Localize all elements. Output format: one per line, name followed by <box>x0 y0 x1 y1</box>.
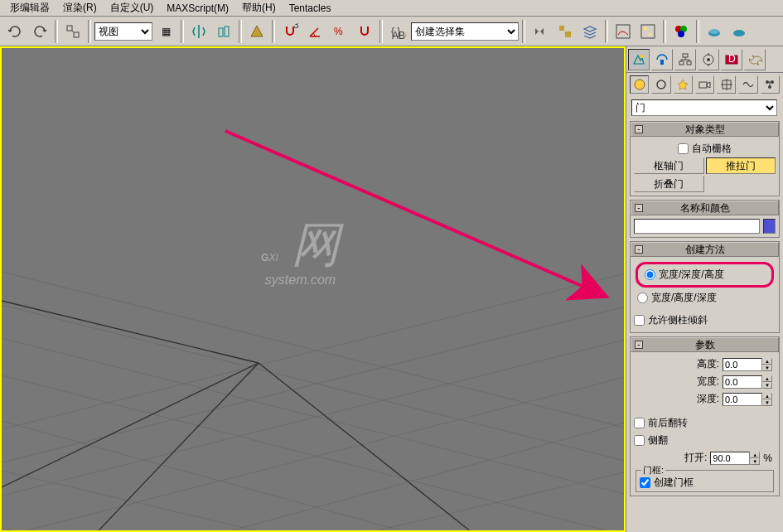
spinner-up-icon[interactable]: ▲ <box>762 393 772 399</box>
object-type-rollout: -对象类型 自动栅格 枢轴门 推拉门 折叠门 <box>630 121 780 196</box>
autogrid-checkbox[interactable] <box>678 143 689 154</box>
svg-rect-13 <box>644 27 647 30</box>
depth-label: 深度: <box>697 392 719 406</box>
shapes-cat-icon[interactable] <box>651 75 670 94</box>
spinner-down-icon[interactable]: ▼ <box>762 399 772 406</box>
lights-cat-icon[interactable] <box>674 75 693 94</box>
svg-rect-45 <box>687 61 691 65</box>
flip-fb-checkbox[interactable] <box>634 418 645 428</box>
shade-icon[interactable] <box>245 20 268 43</box>
spinner-down-icon[interactable]: ▼ <box>762 382 772 389</box>
width-input[interactable] <box>723 375 762 389</box>
spinner-snap-icon[interactable] <box>353 20 376 43</box>
category-dropdown[interactable]: 门 <box>631 99 777 116</box>
create-frame-label: 创建门框 <box>654 476 694 490</box>
object-name-input[interactable] <box>634 219 760 234</box>
highlighted-option: 宽度/深度/高度 <box>636 262 774 288</box>
menu-item[interactable]: 渲染(R) <box>56 0 104 17</box>
systems-cat-icon[interactable] <box>761 75 780 94</box>
align-tool-icon[interactable] <box>553 20 577 43</box>
mirror-tool-icon[interactable] <box>529 20 552 43</box>
align-icon[interactable] <box>212 20 235 43</box>
rollout-header[interactable]: -创建方法 <box>631 242 779 257</box>
svg-rect-44 <box>679 61 684 65</box>
helpers-cat-icon[interactable] <box>717 75 736 94</box>
svg-rect-9 <box>559 26 564 31</box>
schematic-icon[interactable] <box>636 20 660 43</box>
wdh-radio[interactable] <box>645 269 655 280</box>
spinner-down-icon[interactable]: ▼ <box>762 365 772 371</box>
display-tab-icon[interactable]: D <box>721 49 742 70</box>
object-color-swatch[interactable] <box>763 219 776 234</box>
spinner-up-icon[interactable]: ▲ <box>762 375 772 382</box>
create-frame-checkbox[interactable] <box>640 477 650 488</box>
spinner-up-icon[interactable]: ▲ <box>750 452 760 458</box>
layer-mgr-icon[interactable] <box>578 20 602 43</box>
menu-item[interactable]: Tentacles <box>283 1 338 16</box>
sliding-door-button[interactable]: 推拉门 <box>706 157 776 174</box>
bifold-door-button[interactable]: 折叠门 <box>634 176 704 192</box>
angle-snap-icon[interactable] <box>303 20 326 43</box>
selection-set-select[interactable]: 创建选择集 <box>411 22 519 41</box>
autogrid-label: 自动栅格 <box>692 142 732 156</box>
curve-editor-icon[interactable] <box>611 20 635 43</box>
redo-icon[interactable] <box>28 20 51 43</box>
snap-icon[interactable]: 3 <box>278 20 302 43</box>
viewport[interactable]: GXI 网 system.com <box>0 46 626 532</box>
create-tab-icon[interactable] <box>628 49 650 70</box>
svg-rect-14 <box>649 33 652 36</box>
pivot-door-button[interactable]: 枢轴门 <box>634 157 704 174</box>
spinner-up-icon[interactable]: ▲ <box>762 358 772 365</box>
modify-tab-icon[interactable] <box>651 49 673 70</box>
creation-method-rollout: -创建方法 宽度/深度/高度 宽度/高度/深度 允许侧柱倾斜 <box>630 241 780 333</box>
svg-rect-12 <box>641 25 655 38</box>
parameters-rollout: -参数 高度:▲▼ 宽度:▲▼ 深度:▲▼ 前后翻转 侧翻 打开:▲▼% 门框:… <box>630 336 780 496</box>
geometry-cat-icon[interactable] <box>630 75 649 94</box>
mirror-icon[interactable] <box>187 20 210 43</box>
percent-snap-icon[interactable]: % <box>328 20 351 43</box>
frame-group-label: 门框: <box>641 464 665 476</box>
rollout-header[interactable]: -名称和颜色 <box>631 201 779 215</box>
undo-icon[interactable] <box>3 20 27 43</box>
viewport-icon[interactable]: ▦ <box>154 20 177 43</box>
open-unit: % <box>763 452 772 464</box>
menu-item[interactable]: 帮助(H) <box>235 0 283 17</box>
cameras-cat-icon[interactable] <box>695 75 714 94</box>
rollout-header[interactable]: -对象类型 <box>631 122 779 137</box>
material-icon[interactable] <box>669 20 693 43</box>
rollout-header[interactable]: -参数 <box>631 337 779 352</box>
menu-bar: 形编辑器 渲染(R) 自定义(U) MAXScript(M) 帮助(H) Ten… <box>0 0 783 17</box>
menu-item[interactable]: 自定义(U) <box>104 0 161 17</box>
motion-tab-icon[interactable] <box>698 49 719 70</box>
svg-line-2 <box>72 31 74 32</box>
spacewarps-cat-icon[interactable] <box>738 75 757 94</box>
svg-rect-1 <box>74 32 79 37</box>
menu-item[interactable]: MAXScript(M) <box>160 1 235 16</box>
open-input[interactable] <box>710 452 750 465</box>
svg-rect-0 <box>67 26 72 31</box>
render-icon[interactable] <box>727 20 751 43</box>
render-setup-icon[interactable] <box>703 20 726 43</box>
depth-input[interactable] <box>723 393 762 406</box>
open-label: 打开: <box>684 451 707 465</box>
spinner-down-icon[interactable]: ▼ <box>750 458 760 465</box>
height-input[interactable] <box>723 358 762 371</box>
hierarchy-tab-icon[interactable] <box>674 49 696 70</box>
svg-point-51 <box>707 58 710 61</box>
whd-radio[interactable] <box>637 293 648 303</box>
name-color-rollout: -名称和颜色 <box>630 200 780 238</box>
flip-fb-label: 前后翻转 <box>648 416 688 430</box>
wdh-label: 宽度/深度/高度 <box>659 268 724 282</box>
menu-item[interactable]: 形编辑器 <box>3 0 56 17</box>
named-sel-icon[interactable]: { }ABC <box>386 20 409 43</box>
svg-rect-42 <box>660 60 664 65</box>
svg-rect-58 <box>699 82 707 88</box>
allow-slant-checkbox[interactable] <box>634 315 645 326</box>
utilities-tab-icon[interactable] <box>744 49 766 70</box>
svg-text:%: % <box>334 26 343 37</box>
view-select[interactable]: 视图 <box>94 22 152 41</box>
svg-rect-4 <box>225 27 229 36</box>
flip-side-checkbox[interactable] <box>634 435 645 446</box>
svg-rect-10 <box>565 31 571 37</box>
link-icon[interactable] <box>61 20 85 43</box>
